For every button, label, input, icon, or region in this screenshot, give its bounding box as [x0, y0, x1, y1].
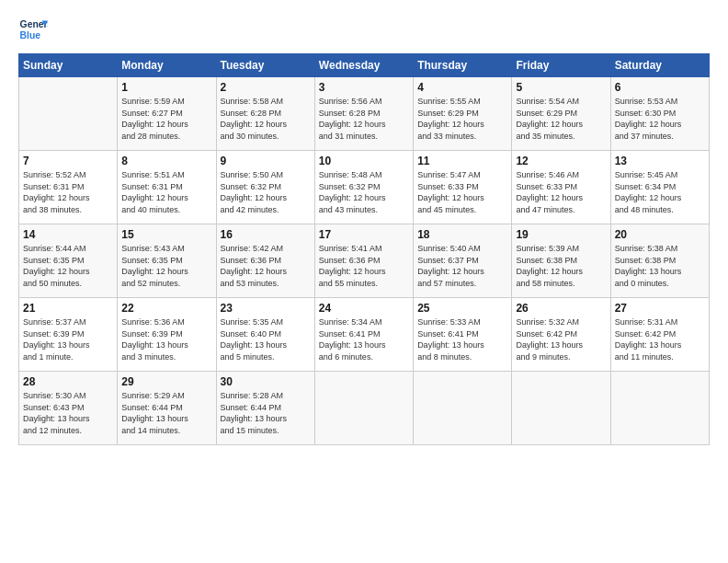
calendar-week-row: 1Sunrise: 5:59 AM Sunset: 6:27 PM Daylig… — [19, 77, 710, 151]
logo: General Blue — [18, 15, 48, 44]
day-number: 12 — [516, 155, 606, 167]
day-number: 24 — [319, 302, 409, 315]
day-info: Sunrise: 5:28 AM Sunset: 6:44 PM Dayligh… — [221, 390, 311, 436]
calendar-week-row: 14Sunrise: 5:44 AM Sunset: 6:35 PM Dayli… — [19, 224, 710, 298]
weekday-header-cell: Friday — [512, 54, 610, 77]
day-number: 17 — [319, 228, 409, 241]
calendar-cell: 2Sunrise: 5:58 AM Sunset: 6:28 PM Daylig… — [216, 77, 314, 151]
calendar-cell: 9Sunrise: 5:50 AM Sunset: 6:32 PM Daylig… — [216, 151, 314, 224]
day-number: 15 — [121, 228, 211, 241]
day-info: Sunrise: 5:33 AM Sunset: 6:41 PM Dayligh… — [417, 316, 507, 362]
day-number: 30 — [221, 375, 311, 388]
day-info: Sunrise: 5:56 AM Sunset: 6:28 PM Dayligh… — [319, 96, 409, 142]
calendar-cell: 17Sunrise: 5:41 AM Sunset: 6:36 PM Dayli… — [314, 224, 413, 298]
calendar-cell: 5Sunrise: 5:54 AM Sunset: 6:29 PM Daylig… — [512, 77, 610, 151]
weekday-header-cell: Tuesday — [216, 54, 314, 77]
day-number: 25 — [417, 302, 507, 315]
day-number: 7 — [23, 155, 113, 167]
day-info: Sunrise: 5:47 AM Sunset: 6:33 PM Dayligh… — [417, 169, 507, 215]
calendar-cell: 8Sunrise: 5:51 AM Sunset: 6:31 PM Daylig… — [118, 151, 216, 224]
calendar-week-row: 7Sunrise: 5:52 AM Sunset: 6:31 PM Daylig… — [19, 151, 710, 224]
day-info: Sunrise: 5:48 AM Sunset: 6:32 PM Dayligh… — [319, 169, 409, 215]
day-number: 26 — [516, 302, 606, 315]
calendar-cell: 14Sunrise: 5:44 AM Sunset: 6:35 PM Dayli… — [19, 224, 118, 298]
calendar-cell: 4Sunrise: 5:55 AM Sunset: 6:29 PM Daylig… — [414, 77, 512, 151]
day-info: Sunrise: 5:46 AM Sunset: 6:33 PM Dayligh… — [516, 169, 606, 215]
day-info: Sunrise: 5:44 AM Sunset: 6:35 PM Dayligh… — [23, 243, 113, 289]
day-number: 11 — [417, 155, 507, 167]
day-number: 6 — [615, 81, 705, 94]
calendar-body: 1Sunrise: 5:59 AM Sunset: 6:27 PM Daylig… — [19, 77, 710, 445]
day-number: 14 — [23, 228, 113, 241]
logo-icon: General Blue — [18, 15, 48, 44]
calendar-cell: 3Sunrise: 5:56 AM Sunset: 6:28 PM Daylig… — [314, 77, 413, 151]
day-info: Sunrise: 5:41 AM Sunset: 6:36 PM Dayligh… — [319, 243, 409, 289]
calendar-cell: 13Sunrise: 5:45 AM Sunset: 6:34 PM Dayli… — [610, 151, 709, 224]
day-info: Sunrise: 5:30 AM Sunset: 6:43 PM Dayligh… — [23, 390, 113, 436]
calendar-cell: 19Sunrise: 5:39 AM Sunset: 6:38 PM Dayli… — [512, 224, 610, 298]
calendar-cell: 21Sunrise: 5:37 AM Sunset: 6:39 PM Dayli… — [19, 298, 118, 372]
calendar-cell: 25Sunrise: 5:33 AM Sunset: 6:41 PM Dayli… — [414, 298, 512, 372]
calendar-cell: 7Sunrise: 5:52 AM Sunset: 6:31 PM Daylig… — [19, 151, 118, 224]
day-info: Sunrise: 5:53 AM Sunset: 6:30 PM Dayligh… — [615, 96, 705, 142]
calendar-cell: 23Sunrise: 5:35 AM Sunset: 6:40 PM Dayli… — [216, 298, 314, 372]
day-info: Sunrise: 5:34 AM Sunset: 6:41 PM Dayligh… — [319, 316, 409, 362]
day-number: 3 — [319, 81, 409, 94]
calendar-cell — [414, 372, 512, 445]
day-info: Sunrise: 5:58 AM Sunset: 6:28 PM Dayligh… — [221, 96, 311, 142]
day-number: 27 — [615, 302, 705, 315]
day-number: 18 — [417, 228, 507, 241]
day-info: Sunrise: 5:55 AM Sunset: 6:29 PM Dayligh… — [417, 96, 507, 142]
calendar-cell: 18Sunrise: 5:40 AM Sunset: 6:37 PM Dayli… — [414, 224, 512, 298]
calendar-cell: 6Sunrise: 5:53 AM Sunset: 6:30 PM Daylig… — [610, 77, 709, 151]
day-number: 2 — [221, 81, 311, 94]
day-number: 22 — [121, 302, 211, 315]
day-info: Sunrise: 5:45 AM Sunset: 6:34 PM Dayligh… — [615, 169, 705, 215]
day-number: 13 — [615, 155, 705, 167]
weekday-header-cell: Saturday — [610, 54, 709, 77]
calendar-cell: 16Sunrise: 5:42 AM Sunset: 6:36 PM Dayli… — [216, 224, 314, 298]
day-info: Sunrise: 5:32 AM Sunset: 6:42 PM Dayligh… — [516, 316, 606, 362]
calendar-cell: 30Sunrise: 5:28 AM Sunset: 6:44 PM Dayli… — [216, 372, 314, 445]
weekday-header-cell: Monday — [118, 54, 216, 77]
weekday-header-row: SundayMondayTuesdayWednesdayThursdayFrid… — [19, 54, 710, 77]
calendar-cell: 26Sunrise: 5:32 AM Sunset: 6:42 PM Dayli… — [512, 298, 610, 372]
day-number: 1 — [121, 81, 211, 94]
day-info: Sunrise: 5:39 AM Sunset: 6:38 PM Dayligh… — [516, 243, 606, 289]
day-info: Sunrise: 5:36 AM Sunset: 6:39 PM Dayligh… — [121, 316, 211, 362]
calendar-cell: 24Sunrise: 5:34 AM Sunset: 6:41 PM Dayli… — [314, 298, 413, 372]
calendar-cell: 11Sunrise: 5:47 AM Sunset: 6:33 PM Dayli… — [414, 151, 512, 224]
calendar-cell: 1Sunrise: 5:59 AM Sunset: 6:27 PM Daylig… — [118, 77, 216, 151]
calendar-cell: 28Sunrise: 5:30 AM Sunset: 6:43 PM Dayli… — [19, 372, 118, 445]
calendar-cell — [610, 372, 709, 445]
weekday-header-cell: Thursday — [414, 54, 512, 77]
calendar-cell: 22Sunrise: 5:36 AM Sunset: 6:39 PM Dayli… — [118, 298, 216, 372]
calendar-cell: 10Sunrise: 5:48 AM Sunset: 6:32 PM Dayli… — [314, 151, 413, 224]
day-number: 21 — [23, 302, 113, 315]
day-info: Sunrise: 5:52 AM Sunset: 6:31 PM Dayligh… — [23, 169, 113, 215]
day-info: Sunrise: 5:42 AM Sunset: 6:36 PM Dayligh… — [221, 243, 311, 289]
day-number: 20 — [615, 228, 705, 241]
day-info: Sunrise: 5:50 AM Sunset: 6:32 PM Dayligh… — [221, 169, 311, 215]
day-number: 9 — [221, 155, 311, 167]
day-info: Sunrise: 5:37 AM Sunset: 6:39 PM Dayligh… — [23, 316, 113, 362]
weekday-header-cell: Wednesday — [314, 54, 413, 77]
calendar-cell — [512, 372, 610, 445]
header: General Blue — [18, 15, 710, 44]
day-number: 8 — [121, 155, 211, 167]
calendar-week-row: 21Sunrise: 5:37 AM Sunset: 6:39 PM Dayli… — [19, 298, 710, 372]
main-container: General Blue SundayMondayTuesdayWednesda… — [0, 0, 728, 454]
day-info: Sunrise: 5:31 AM Sunset: 6:42 PM Dayligh… — [615, 316, 705, 362]
day-number: 4 — [417, 81, 507, 94]
calendar-cell: 12Sunrise: 5:46 AM Sunset: 6:33 PM Dayli… — [512, 151, 610, 224]
calendar-cell: 15Sunrise: 5:43 AM Sunset: 6:35 PM Dayli… — [118, 224, 216, 298]
day-number: 29 — [121, 375, 211, 388]
day-number: 16 — [221, 228, 311, 241]
weekday-header-cell: Sunday — [19, 54, 118, 77]
day-number: 23 — [221, 302, 311, 315]
calendar-cell: 27Sunrise: 5:31 AM Sunset: 6:42 PM Dayli… — [610, 298, 709, 372]
day-number: 10 — [319, 155, 409, 167]
day-info: Sunrise: 5:40 AM Sunset: 6:37 PM Dayligh… — [417, 243, 507, 289]
day-info: Sunrise: 5:43 AM Sunset: 6:35 PM Dayligh… — [121, 243, 211, 289]
calendar-table: SundayMondayTuesdayWednesdayThursdayFrid… — [18, 53, 710, 445]
